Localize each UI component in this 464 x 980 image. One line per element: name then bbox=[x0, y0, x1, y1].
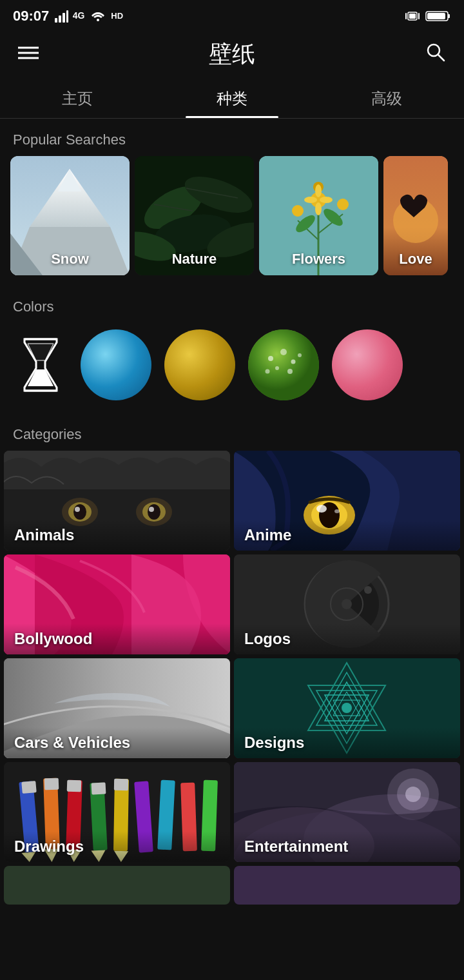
categories-section: Categories An bbox=[0, 413, 464, 905]
app-title: 壁纸 bbox=[209, 39, 255, 70]
popular-searches-label: Popular Searches bbox=[0, 119, 464, 156]
svg-point-66 bbox=[148, 504, 160, 520]
popular-card-snow[interactable]: Snow bbox=[10, 156, 130, 275]
popular-card-nature-label: Nature bbox=[135, 251, 254, 268]
popular-card-flowers[interactable]: Flowers bbox=[259, 156, 378, 275]
signal-icons: 4G HD bbox=[54, 9, 123, 23]
status-right bbox=[405, 10, 451, 23]
svg-point-55 bbox=[287, 369, 293, 374]
tab-advanced[interactable]: 高级 bbox=[309, 77, 464, 118]
svg-point-119 bbox=[405, 787, 421, 802]
popular-searches-section: Popular Searches bbox=[0, 119, 464, 286]
category-animals[interactable]: Animals bbox=[4, 451, 230, 551]
vibrate-icon bbox=[405, 10, 420, 23]
status-left: 09:07 4G HD bbox=[13, 8, 123, 24]
category-cars-label: Cars & Vehicles bbox=[4, 727, 230, 758]
svg-point-42 bbox=[304, 197, 317, 203]
svg-rect-6 bbox=[409, 14, 416, 19]
svg-rect-2 bbox=[63, 13, 65, 23]
svg-point-57 bbox=[266, 369, 270, 374]
bottom-partial-cards bbox=[0, 866, 464, 905]
category-drawings[interactable]: Drawings bbox=[4, 762, 230, 862]
categories-label: Categories bbox=[0, 413, 464, 451]
svg-point-81 bbox=[364, 586, 372, 594]
svg-point-43 bbox=[320, 197, 333, 203]
category-entertainment[interactable]: Entertainment bbox=[234, 762, 460, 862]
category-animals-label: Animals bbox=[4, 520, 230, 551]
category-designs[interactable]: Designs bbox=[234, 658, 460, 758]
svg-point-65 bbox=[73, 504, 86, 520]
search-button[interactable] bbox=[423, 39, 449, 70]
popular-card-flowers-label: Flowers bbox=[259, 251, 378, 268]
svg-marker-49 bbox=[28, 369, 53, 386]
svg-point-4 bbox=[97, 19, 99, 21]
svg-point-54 bbox=[275, 366, 279, 370]
category-drawings-label: Drawings bbox=[4, 831, 230, 862]
hourglass-icon bbox=[18, 336, 63, 394]
category-bollywood-label: Bollywood bbox=[4, 623, 230, 654]
svg-line-16 bbox=[438, 55, 444, 61]
svg-point-50 bbox=[248, 329, 319, 400]
svg-rect-105 bbox=[92, 782, 106, 794]
svg-point-40 bbox=[315, 184, 322, 197]
svg-point-53 bbox=[291, 360, 296, 364]
categories-grid: Animals Anime bbox=[0, 451, 464, 862]
svg-point-56 bbox=[298, 353, 302, 357]
tab-categories[interactable]: 种类 bbox=[155, 77, 309, 118]
colors-label: Colors bbox=[0, 286, 464, 323]
svg-marker-48 bbox=[28, 344, 53, 360]
popular-card-love-label: Love bbox=[383, 251, 448, 268]
tab-home[interactable]: 主页 bbox=[0, 77, 155, 118]
color-pink[interactable] bbox=[332, 329, 403, 400]
color-gold[interactable] bbox=[164, 329, 235, 400]
svg-rect-10 bbox=[448, 14, 450, 18]
popular-card-love[interactable]: Love bbox=[383, 156, 448, 275]
svg-rect-0 bbox=[55, 18, 57, 23]
svg-rect-96 bbox=[21, 781, 36, 794]
svg-rect-11 bbox=[427, 13, 445, 19]
popular-card-nature[interactable]: Nature bbox=[135, 156, 254, 275]
svg-point-51 bbox=[268, 356, 273, 361]
category-logos-label: Logos bbox=[234, 623, 460, 654]
category-designs-label: Designs bbox=[234, 727, 460, 758]
tab-bar: 主页 种类 高级 bbox=[0, 77, 464, 119]
svg-point-73 bbox=[316, 505, 327, 513]
svg-point-41 bbox=[315, 202, 322, 215]
svg-rect-99 bbox=[44, 778, 59, 790]
colors-row bbox=[0, 323, 464, 413]
svg-rect-3 bbox=[66, 10, 68, 23]
category-anime[interactable]: Anime bbox=[234, 451, 460, 551]
svg-point-74 bbox=[334, 509, 340, 513]
popular-searches-row: Snow Nature bbox=[0, 156, 464, 286]
category-bollywood[interactable]: Bollywood bbox=[4, 554, 230, 654]
svg-point-67 bbox=[75, 507, 80, 512]
color-green[interactable] bbox=[248, 329, 319, 400]
color-filter-hourglass[interactable] bbox=[13, 329, 68, 400]
svg-point-80 bbox=[342, 599, 352, 609]
svg-point-68 bbox=[149, 507, 154, 512]
menu-button[interactable] bbox=[15, 42, 41, 68]
color-blue[interactable] bbox=[81, 329, 151, 400]
svg-point-38 bbox=[292, 205, 304, 217]
partial-card-left[interactable] bbox=[4, 866, 230, 905]
battery-icon bbox=[425, 10, 451, 23]
time-display: 09:07 bbox=[13, 8, 49, 24]
svg-rect-102 bbox=[67, 780, 82, 792]
top-bar: 壁纸 bbox=[0, 32, 464, 77]
category-cars[interactable]: Cars & Vehicles bbox=[4, 658, 230, 758]
status-bar: 09:07 4G HD bbox=[0, 0, 464, 32]
svg-rect-108 bbox=[114, 779, 128, 790]
partial-card-right[interactable] bbox=[234, 866, 460, 905]
svg-rect-1 bbox=[59, 15, 61, 23]
svg-point-39 bbox=[337, 199, 349, 210]
colors-section: Colors bbox=[0, 286, 464, 413]
category-anime-label: Anime bbox=[234, 520, 460, 551]
svg-point-52 bbox=[280, 349, 287, 355]
popular-card-snow-label: Snow bbox=[10, 251, 130, 268]
svg-point-92 bbox=[342, 703, 352, 713]
category-entertainment-label: Entertainment bbox=[234, 831, 460, 862]
category-logos[interactable]: Logos bbox=[234, 554, 460, 654]
